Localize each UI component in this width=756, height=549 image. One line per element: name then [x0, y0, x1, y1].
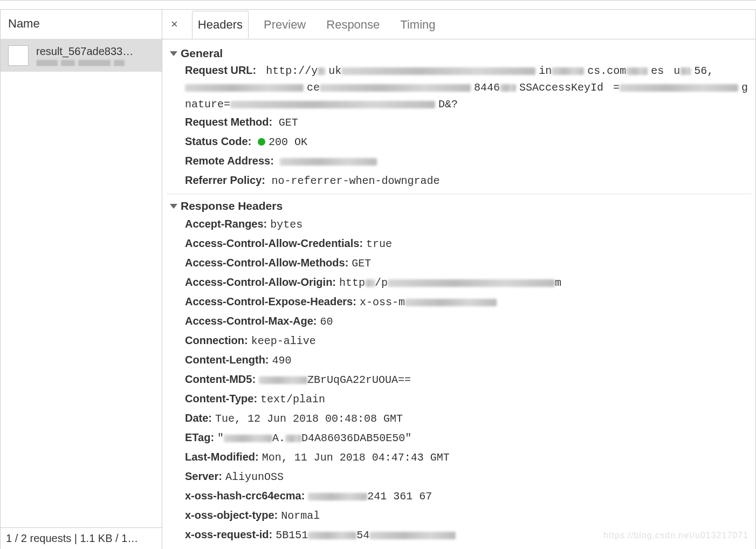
requests-sidebar: Name result_567ade833… 1 / 2 requests | …: [1, 10, 162, 549]
header-connection: Connection:keep-alive: [185, 331, 751, 351]
header-ac-credentials: Access-Control-Allow-Credentials:true: [185, 234, 751, 253]
header-date: Date:Tue, 12 Jun 2018 00:48:08 GMT: [185, 409, 751, 428]
headers-body[interactable]: General Request URL: http://yukincs.come…: [162, 39, 755, 549]
status-dot-icon: [258, 138, 265, 146]
request-name: result_567ade833…: [36, 45, 133, 58]
header-accept-ranges: Accept-Ranges:bytes: [185, 215, 751, 234]
tab-preview[interactable]: Preview: [258, 11, 311, 38]
close-icon[interactable]: ×: [167, 15, 182, 33]
status-code-value: 200 OK: [269, 136, 307, 148]
section-response-headers-body: Accept-Ranges:bytes Access-Control-Allow…: [167, 215, 751, 549]
toolbar-spacer: [0, 0, 756, 10]
header-ac-methods: Access-Control-Allow-Methods:GET: [185, 253, 751, 273]
header-ac-origin: Access-Control-Allow-Origin:http/pm: [185, 273, 751, 292]
tab-timing[interactable]: Timing: [395, 11, 441, 38]
request-url-label: Request URL:: [185, 64, 256, 76]
header-server: Server:AliyunOSS: [185, 467, 751, 486]
tab-response[interactable]: Response: [321, 11, 385, 38]
main-panel: Name result_567ade833… 1 / 2 requests | …: [0, 10, 756, 549]
header-ac-expose: Access-Control-Expose-Headers:x-oss-m: [185, 292, 751, 312]
status-code-row: Status Code: 200 OK: [185, 132, 751, 152]
header-x-oss-server-time: x-oss-server-time:29: [185, 545, 751, 549]
section-response-headers-title: Response Headers: [181, 200, 283, 212]
section-response-headers-toggle[interactable]: Response Headers: [167, 197, 751, 215]
request-method-row: Request Method: GET: [185, 113, 751, 132]
request-list: result_567ade833…: [1, 39, 162, 527]
request-texts: result_567ade833…: [36, 45, 133, 66]
referrer-policy-value: no-referrer-when-downgrade: [272, 175, 440, 187]
header-content-md5: Content-MD5:ZBrUqGA22rUOUA==: [185, 370, 751, 389]
file-icon: [8, 45, 29, 66]
header-content-length: Content-Length:490: [185, 351, 751, 370]
section-general-toggle[interactable]: General: [167, 45, 751, 62]
tab-headers[interactable]: Headers: [192, 11, 249, 39]
header-etag: ETag:"A.D4A86036DAB50E50": [185, 428, 751, 448]
section-general-title: General: [181, 47, 223, 60]
detail-panel: × Headers Preview Response Timing Genera…: [162, 10, 755, 549]
referrer-policy-row: Referrer Policy: no-referrer-when-downgr…: [185, 171, 751, 190]
section-general-body: Request URL: http://yukincs.comes u56,ce…: [167, 62, 751, 194]
chevron-down-icon: [170, 204, 177, 209]
request-method-value: GET: [279, 116, 298, 129]
request-url-row: Request URL: http://yukincs.comes u56,ce…: [185, 62, 751, 113]
chevron-down-icon: [170, 51, 177, 56]
sidebar-footer-stats: 1 / 2 requests | 1.1 KB / 1…: [1, 527, 162, 549]
request-row[interactable]: result_567ade833…: [1, 39, 162, 72]
header-x-oss-object-type: x-oss-object-type:Normal: [185, 506, 751, 525]
header-ac-maxage: Access-Control-Max-Age:60: [185, 312, 751, 331]
detail-tabbar: × Headers Preview Response Timing: [162, 10, 755, 39]
remote-address-row: Remote Address:: [185, 152, 751, 171]
header-content-type: Content-Type:text/plain: [185, 389, 751, 409]
section-response-headers: Response Headers Accept-Ranges:bytes Acc…: [167, 197, 751, 549]
header-last-modified: Last-Modified:Mon, 11 Jun 2018 04:47:43 …: [185, 448, 751, 467]
header-x-oss-crc64: x-oss-hash-crc64ecma:241 361 67: [185, 486, 751, 506]
sidebar-header-name[interactable]: Name: [1, 10, 162, 39]
request-subtext: [36, 60, 133, 66]
section-general: General Request URL: http://yukincs.come…: [167, 45, 751, 194]
watermark: https://blog.csdn.net/u013217071: [603, 531, 748, 540]
